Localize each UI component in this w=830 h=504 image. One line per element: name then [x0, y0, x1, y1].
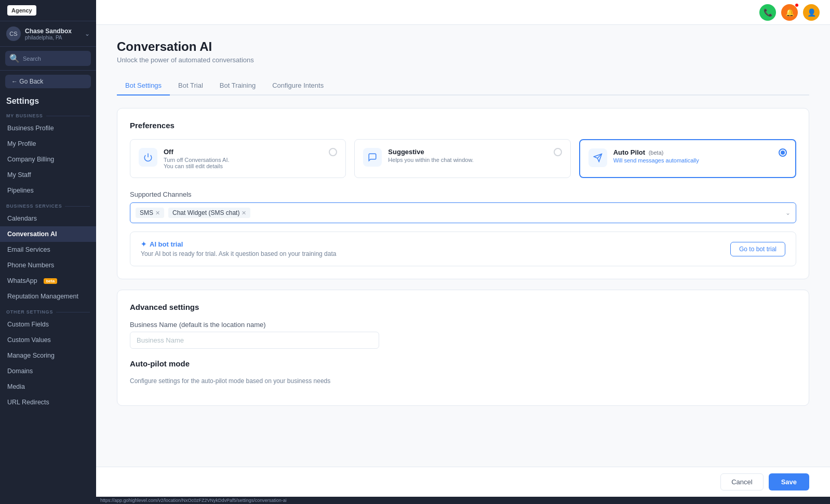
sidebar: Agency CS Chase Sandbox philadelphia, PA…	[0, 0, 96, 504]
go-to-bot-trial-button[interactable]: Go to bot trial	[730, 242, 785, 256]
preferences-title: Preferences	[130, 121, 796, 130]
sidebar-item-email-services[interactable]: Email Services	[0, 242, 96, 257]
sidebar-account[interactable]: CS Chase Sandbox philadelphia, PA ⌄	[0, 21, 96, 47]
ai-bot-trial-section: ✦ AI bot trial Your AI bot is ready for …	[130, 231, 796, 266]
logo-text: Agency	[7, 5, 36, 16]
pref-off-desc1: Turn off Conversations AI.	[164, 157, 323, 163]
sidebar-item-url-redirects[interactable]: URL Redirects	[0, 394, 96, 410]
section-label-business-services: BUSINESS SERVICES	[0, 198, 96, 211]
account-location: philadelphia, PA	[25, 35, 81, 40]
sidebar-item-pipelines[interactable]: Pipelines	[0, 183, 96, 198]
pref-autopilot-title: Auto Pilot (beta)	[613, 148, 772, 156]
pref-suggestive-icon	[363, 148, 382, 167]
channels-label: Supported Channels	[130, 190, 796, 198]
pref-option-auto-pilot[interactable]: Auto Pilot (beta) Will send messages aut…	[579, 139, 796, 178]
sidebar-section-other-settings: OTHER SETTINGS Custom Fields Custom Valu…	[0, 304, 96, 410]
business-name-label: Business Name (default is the location n…	[130, 321, 796, 329]
pref-option-suggestive[interactable]: Suggestive Helps you within the chat win…	[354, 139, 570, 178]
content-area: Conversation AI Unlock the power of auto…	[96, 25, 830, 467]
pref-suggestive-title: Suggestive	[388, 148, 547, 156]
account-info: Chase Sandbox philadelphia, PA	[25, 28, 81, 40]
autopilot-mode-title: Auto-pilot mode	[130, 359, 796, 368]
pref-off-content: Off Turn off Conversations AI. You can s…	[164, 148, 323, 169]
search-input[interactable]	[23, 56, 95, 62]
sidebar-item-custom-values[interactable]: Custom Values	[0, 332, 96, 348]
tab-configure-intents[interactable]: Configure Intents	[264, 76, 332, 96]
sidebar-item-company-billing[interactable]: Company Billing	[0, 152, 96, 167]
page-subtitle: Unlock the power of automated conversati…	[117, 56, 809, 64]
footer-bar: Cancel Save	[96, 467, 830, 497]
whatsapp-beta-badge: beta	[44, 278, 57, 284]
notification-dot	[795, 3, 799, 7]
preference-options: Off Turn off Conversations AI. You can s…	[130, 139, 796, 178]
sidebar-section-business-services: BUSINESS SERVICES Calendars Conversation…	[0, 198, 96, 304]
notification-bell-button[interactable]: 🔔	[781, 4, 798, 21]
settings-heading: Settings	[0, 92, 96, 108]
advanced-settings-title: Advanced settings	[130, 303, 796, 311]
channel-tag-chat-widget: Chat Widget (SMS chat) ✕	[168, 208, 250, 218]
sidebar-item-custom-fields[interactable]: Custom Fields	[0, 317, 96, 332]
main-content: 📞 🔔 👤 Conversation AI Unlock the power o…	[96, 0, 830, 504]
topbar: 📞 🔔 👤	[96, 0, 830, 25]
sidebar-search-area: 🔍 ⌘K +	[0, 47, 96, 71]
sidebar-item-manage-scoring[interactable]: Manage Scoring	[0, 348, 96, 363]
ai-trial-description: Your AI bot is ready for trial. Ask it q…	[141, 250, 336, 257]
search-box[interactable]: 🔍 ⌘K +	[5, 51, 91, 66]
save-button[interactable]: Save	[769, 473, 809, 491]
section-label-other-settings: OTHER SETTINGS	[0, 304, 96, 317]
sidebar-item-business-profile[interactable]: Business Profile	[0, 120, 96, 136]
pref-autopilot-content: Auto Pilot (beta) Will send messages aut…	[613, 148, 772, 164]
tab-bot-settings[interactable]: Bot Settings	[117, 76, 170, 96]
business-name-input[interactable]	[130, 332, 379, 349]
tab-bot-training[interactable]: Bot Training	[211, 76, 264, 96]
page-header: Conversation AI Unlock the power of auto…	[117, 39, 809, 64]
tabs-bar: Bot Settings Bot Trial Bot Training Conf…	[117, 76, 809, 96]
channel-tag-sms: SMS ✕	[136, 208, 164, 218]
sidebar-item-reputation-management[interactable]: Reputation Management	[0, 289, 96, 304]
pref-off-desc2: You can still edit details	[164, 163, 323, 169]
pref-suggestive-desc1: Helps you within the chat window.	[388, 157, 547, 163]
autopilot-mode-section: Auto-pilot mode Configure settings for t…	[130, 359, 796, 385]
phone-icon-button[interactable]: 📞	[759, 4, 776, 21]
pref-autopilot-icon	[588, 148, 607, 167]
sidebar-item-phone-numbers[interactable]: Phone Numbers	[0, 257, 96, 273]
ai-trial-icon: ✦	[141, 240, 146, 248]
sidebar-item-whatsapp[interactable]: WhatsApp beta	[0, 273, 96, 289]
advanced-settings-card: Advanced settings Business Name (default…	[117, 290, 809, 406]
pref-suggestive-content: Suggestive Helps you within the chat win…	[388, 148, 547, 163]
pref-autopilot-radio[interactable]	[779, 148, 787, 157]
pref-off-icon	[139, 148, 157, 167]
ai-trial-info: ✦ AI bot trial Your AI bot is ready for …	[141, 240, 336, 257]
go-back-button[interactable]: ← Go Back	[5, 75, 91, 88]
pref-off-radio[interactable]	[329, 148, 337, 156]
account-name: Chase Sandbox	[25, 28, 81, 35]
sidebar-item-media[interactable]: Media	[0, 379, 96, 394]
autopilot-beta-label: (beta)	[649, 149, 664, 156]
preferences-card: Preferences Off Turn off Conversations A…	[117, 108, 809, 279]
user-avatar-button[interactable]: 👤	[803, 4, 820, 21]
sidebar-item-conversation-ai[interactable]: Conversation AI	[0, 226, 96, 242]
cancel-button[interactable]: Cancel	[720, 473, 763, 491]
remove-chat-widget-button[interactable]: ✕	[242, 210, 246, 216]
pref-suggestive-radio[interactable]	[554, 148, 562, 156]
section-label-my-business: MY BUSINESS	[0, 108, 96, 120]
search-icon: 🔍	[9, 53, 20, 63]
sidebar-item-my-profile[interactable]: My Profile	[0, 136, 96, 152]
pref-option-off[interactable]: Off Turn off Conversations AI. You can s…	[130, 139, 346, 178]
chevron-icon: ⌄	[85, 30, 90, 37]
status-bar: https://app.gohighlevel.com/v2/location/…	[96, 497, 830, 504]
business-name-field-group: Business Name (default is the location n…	[130, 321, 796, 349]
sidebar-item-domains[interactable]: Domains	[0, 363, 96, 379]
sidebar-section-my-business: MY BUSINESS Business Profile My Profile …	[0, 108, 96, 198]
avatar: CS	[6, 26, 21, 41]
sidebar-item-my-staff[interactable]: My Staff	[0, 167, 96, 183]
channels-input[interactable]: SMS ✕ Chat Widget (SMS chat) ✕ ⌄	[130, 202, 796, 223]
tab-bot-trial[interactable]: Bot Trial	[170, 76, 211, 96]
sidebar-logo: Agency	[0, 0, 96, 21]
pref-autopilot-desc1: Will send messages automatically	[613, 157, 772, 164]
page-title: Conversation AI	[117, 39, 809, 54]
remove-sms-button[interactable]: ✕	[155, 210, 160, 216]
autopilot-mode-desc: Configure settings for the auto-pilot mo…	[130, 377, 796, 385]
channels-dropdown-icon[interactable]: ⌄	[785, 209, 791, 216]
sidebar-item-calendars[interactable]: Calendars	[0, 211, 96, 226]
